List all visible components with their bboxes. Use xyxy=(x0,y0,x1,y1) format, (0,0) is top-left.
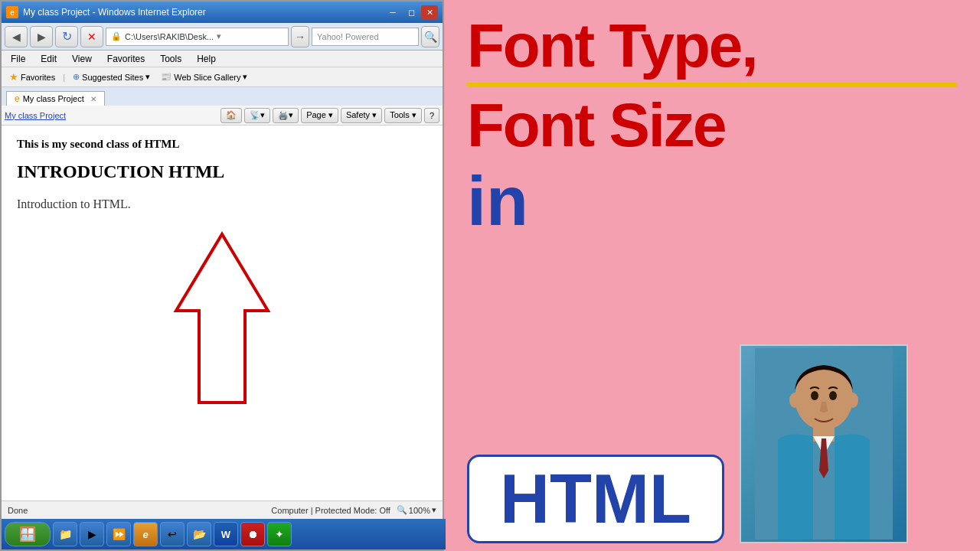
svg-point-7 xyxy=(848,393,858,408)
arrow-container xyxy=(17,227,427,410)
toolbar-left: My class Project xyxy=(5,111,219,120)
svg-point-4 xyxy=(811,391,818,400)
status-done: Done xyxy=(8,506,262,515)
tab-close-icon[interactable]: ✕ xyxy=(90,95,96,103)
home-button[interactable]: 🏠 xyxy=(220,108,242,123)
go-button[interactable]: → xyxy=(291,26,309,47)
browser-window: e My class Project - Windows Internet Ex… xyxy=(0,0,444,551)
tab-icon: e xyxy=(15,93,20,104)
right-panel: Font Type, Font Size in HTML xyxy=(444,0,980,551)
taskbar-record[interactable]: ⏺ xyxy=(240,522,265,546)
tools-button[interactable]: Tools ▾ xyxy=(384,108,422,123)
folder-icon: 📂 xyxy=(191,527,207,542)
taskbar-word[interactable]: W xyxy=(214,522,238,546)
arrow-icon: ↩ xyxy=(165,527,180,542)
rss-button[interactable]: 📡▾ xyxy=(244,108,270,123)
close-button[interactable]: ✕ xyxy=(421,5,438,19)
window-title: My class Project - Windows Internet Expl… xyxy=(23,7,384,18)
status-computer: Computer | Protected Mode: Off xyxy=(271,506,390,515)
tab-label: My class Project xyxy=(23,94,84,103)
browser-icon: e xyxy=(6,6,18,18)
favorites-bar: ★ Favorites | ⊕ Suggested Sites ▾ 📰 Web … xyxy=(2,67,443,87)
yellow-divider xyxy=(467,83,957,87)
dropdown-icon: ▾ xyxy=(145,72,150,82)
person-photo xyxy=(740,344,908,543)
suggested-sites[interactable]: ⊕ Suggested Sites ▾ xyxy=(70,70,153,83)
taskbar-media[interactable]: ▶ xyxy=(80,522,104,546)
title-bar: e My class Project - Windows Internet Ex… xyxy=(2,2,443,23)
taskbar-folder[interactable]: 📂 xyxy=(187,522,211,546)
tab-label-2: My class Project xyxy=(5,111,66,120)
active-tab[interactable]: e My class Project ✕ xyxy=(6,91,105,106)
menu-file[interactable]: File xyxy=(8,52,28,66)
media-icon: ▶ xyxy=(84,527,100,542)
status-bar: Done Computer | Protected Mode: Off 🔍 10… xyxy=(2,500,443,519)
taskbar-ie[interactable]: e xyxy=(133,522,158,546)
taskbar: 🪟 📁 ▶ ⏩ e ↩ 📂 W ⏺ ✦ xyxy=(2,519,446,549)
slide-title-1: Font Type, xyxy=(467,15,957,77)
safety-button[interactable]: Safety ▾ xyxy=(341,108,382,123)
nav-toolbar: ◀ ▶ ↻ ✕ 🔒 C:\Users\RAKIB\Desk... ▾ → Yah… xyxy=(2,23,443,51)
stop-button[interactable]: ✕ xyxy=(80,26,103,47)
back-button[interactable]: ◀ xyxy=(5,26,28,47)
taskbar-arrow[interactable]: ↩ xyxy=(160,522,185,546)
page-heading: This is my second class of HTML xyxy=(17,138,427,151)
page-content: This is my second class of HTML INTRODUC… xyxy=(2,126,443,500)
menu-help[interactable]: Help xyxy=(194,52,219,66)
sub-toolbar: My class Project 🏠 📡▾ 🖨️▾ Page ▾ Safety … xyxy=(2,106,443,126)
favorites-label: Favorites xyxy=(21,73,55,82)
toolbar-right: 🏠 📡▾ 🖨️▾ Page ▾ Safety ▾ Tools ▾ ? xyxy=(220,108,439,123)
window-controls[interactable]: ─ ◻ ✕ xyxy=(384,5,438,19)
search-button[interactable]: 🔍 xyxy=(421,26,439,47)
print-button[interactable]: 🖨️▾ xyxy=(273,108,299,123)
ws-dropdown-icon: ▾ xyxy=(243,72,247,82)
menu-bar: File Edit View Favorites Tools Help xyxy=(2,51,443,67)
address-icon: 🔒 xyxy=(111,31,122,41)
green-icon: ✦ xyxy=(272,527,287,542)
suggested-icon: ⊕ xyxy=(73,72,80,82)
start-orb: 🪟 xyxy=(19,526,36,543)
svg-point-6 xyxy=(789,393,800,408)
ie-icon: e xyxy=(138,527,153,542)
start-button[interactable]: 🪟 xyxy=(5,522,51,546)
person-svg xyxy=(755,348,893,540)
search-placeholder: Yahoo! Powered xyxy=(317,32,379,41)
bottom-row: HTML xyxy=(467,344,957,543)
status-right: Computer | Protected Mode: Off 🔍 100% ▾ xyxy=(271,505,436,515)
refresh-button[interactable]: ↻ xyxy=(55,26,78,47)
in-label: in xyxy=(467,167,528,236)
menu-view[interactable]: View xyxy=(69,52,95,66)
tab-bar: e My class Project ✕ xyxy=(2,87,443,106)
svg-point-5 xyxy=(829,391,837,400)
address-bar[interactable]: 🔒 C:\Users\RAKIB\Desk... ▾ xyxy=(106,28,289,46)
star-icon: ★ xyxy=(9,71,18,83)
status-zoom: 🔍 100% ▾ xyxy=(397,505,436,515)
favorites-button[interactable]: ★ Favorites xyxy=(6,70,58,84)
slide-title-2: Font Size xyxy=(467,95,957,156)
search-box[interactable]: Yahoo! Powered xyxy=(312,28,419,46)
forward-button[interactable]: ▶ xyxy=(30,26,53,47)
page-intro: INTRODUCTION HTML xyxy=(17,161,427,182)
record-icon: ⏺ xyxy=(245,527,260,542)
divider-1: | xyxy=(63,73,65,82)
taskbar-explorer[interactable]: 📁 xyxy=(53,522,77,546)
web-slice-icon: 📰 xyxy=(161,72,172,82)
restore-button[interactable]: ◻ xyxy=(403,5,420,19)
minimize-button[interactable]: ─ xyxy=(384,5,401,19)
arrow-svg xyxy=(168,227,276,410)
explorer-icon: 📁 xyxy=(57,527,73,542)
menu-favorites[interactable]: Favorites xyxy=(104,52,148,66)
page-button[interactable]: Page ▾ xyxy=(301,108,338,123)
taskbar-fast-forward[interactable]: ⏩ xyxy=(106,522,131,546)
menu-edit[interactable]: Edit xyxy=(38,52,60,66)
word-icon: W xyxy=(218,527,234,542)
address-arrows: ▾ xyxy=(217,31,221,41)
taskbar-star[interactable]: ✦ xyxy=(267,522,292,546)
fastforward-icon: ⏩ xyxy=(111,527,126,542)
web-slice-gallery[interactable]: 📰 Web Slice Gallery ▾ xyxy=(158,70,250,83)
menu-tools[interactable]: Tools xyxy=(157,52,185,66)
help-button[interactable]: ? xyxy=(424,108,439,123)
page-italic: Introduction to HTML. xyxy=(17,197,427,211)
svg-marker-0 xyxy=(176,234,268,403)
address-text: C:\Users\RAKIB\Desk... xyxy=(125,32,214,41)
